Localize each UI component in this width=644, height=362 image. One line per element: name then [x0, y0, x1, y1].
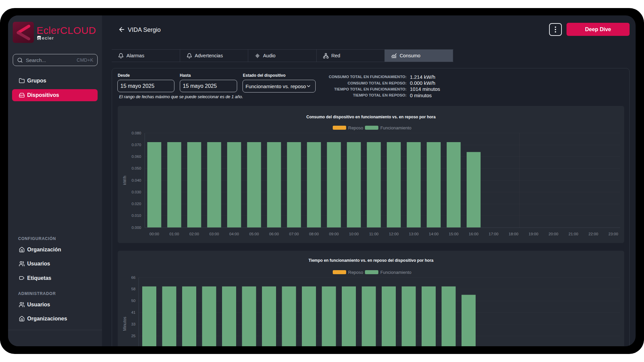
svg-text:0.000: 0.000	[131, 226, 141, 230]
svg-text:22:00: 22:00	[589, 232, 598, 236]
svg-text:06:00: 06:00	[269, 232, 279, 236]
svg-text:Reposo: Reposo	[348, 125, 363, 130]
svg-text:0.070: 0.070	[131, 143, 141, 147]
svg-text:14:00: 14:00	[429, 232, 439, 236]
svg-text:12:00: 12:00	[389, 232, 399, 236]
svg-text:66: 66	[131, 276, 136, 280]
svg-text:15:00: 15:00	[449, 232, 459, 236]
svg-text:Consumo del dispositivo en fun: Consumo del dispositivo en funcionamient…	[306, 115, 436, 119]
svg-text:25: 25	[131, 334, 136, 338]
svg-text:Reposo: Reposo	[348, 270, 363, 275]
svg-text:02:00: 02:00	[190, 232, 199, 236]
svg-text:17:00: 17:00	[489, 232, 498, 236]
svg-text:11:00: 11:00	[369, 232, 379, 236]
svg-text:16:00: 16:00	[469, 232, 479, 236]
svg-text:50: 50	[131, 299, 136, 303]
svg-text:10:00: 10:00	[349, 232, 359, 236]
svg-text:Tiempo en funcionamiento vs. e: Tiempo en funcionamiento vs. en reposo d…	[309, 258, 434, 263]
svg-text:23:00: 23:00	[608, 232, 618, 236]
svg-text:Funcionamiento: Funcionamiento	[380, 270, 412, 275]
svg-text:58: 58	[131, 287, 136, 291]
svg-text:41: 41	[131, 310, 136, 314]
svg-text:20:00: 20:00	[549, 232, 558, 236]
svg-text:04:00: 04:00	[229, 232, 239, 236]
svg-text:21:00: 21:00	[569, 232, 578, 236]
svg-text:03:00: 03:00	[209, 232, 219, 236]
svg-text:0.020: 0.020	[131, 202, 141, 206]
svg-text:0.040: 0.040	[131, 178, 141, 182]
svg-text:07:00: 07:00	[289, 232, 299, 236]
svg-text:Minutos: Minutos	[122, 317, 127, 331]
svg-text:33: 33	[131, 322, 136, 326]
svg-text:0.060: 0.060	[131, 155, 141, 159]
svg-text:18:00: 18:00	[509, 232, 519, 236]
svg-text:00:00: 00:00	[150, 232, 159, 236]
svg-text:0.030: 0.030	[131, 190, 141, 194]
svg-text:08:00: 08:00	[309, 232, 319, 236]
svg-text:13:00: 13:00	[409, 232, 419, 236]
svg-text:0.080: 0.080	[131, 131, 141, 135]
svg-text:kW/h: kW/h	[122, 176, 127, 185]
svg-text:01:00: 01:00	[169, 232, 179, 236]
svg-text:09:00: 09:00	[329, 232, 339, 236]
svg-text:0.050: 0.050	[131, 166, 141, 170]
svg-text:05:00: 05:00	[249, 232, 259, 236]
svg-text:Funcionamiento: Funcionamiento	[380, 125, 412, 130]
svg-text:0.010: 0.010	[131, 214, 141, 218]
svg-text:19:00: 19:00	[529, 232, 538, 236]
